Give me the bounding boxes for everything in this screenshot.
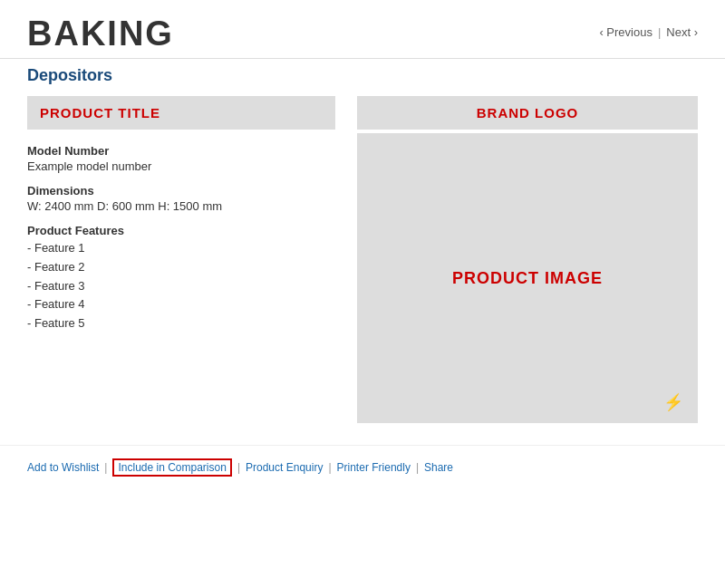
model-number-section: Model Number Example model number bbox=[27, 144, 335, 173]
product-image-area: PRODUCT IMAGE ⚡ bbox=[357, 133, 698, 423]
lightning-icon: ⚡ bbox=[663, 392, 683, 412]
main-content: PRODUCT TITLE Model Number Example model… bbox=[0, 96, 725, 438]
feature-item: Feature 5 bbox=[27, 314, 335, 333]
features-label: Product Features bbox=[27, 224, 335, 237]
footer-divider: | bbox=[237, 461, 240, 474]
site-title: BAKING bbox=[27, 16, 174, 51]
footer-link-include-in-comparison[interactable]: Include in Comparison bbox=[112, 458, 231, 477]
dimensions-section: Dimensions W: 2400 mm D: 600 mm H: 1500 … bbox=[27, 184, 335, 213]
product-title-label: PRODUCT TITLE bbox=[40, 105, 160, 120]
footer-link-printer-friendly[interactable]: Printer Friendly bbox=[337, 461, 411, 474]
features-list: Feature 1Feature 2Feature 3Feature 4Feat… bbox=[27, 239, 335, 333]
feature-item: Feature 4 bbox=[27, 295, 335, 314]
footer-link-share[interactable]: Share bbox=[424, 461, 453, 474]
footer-link-add-to-wishlist[interactable]: Add to Wishlist bbox=[27, 461, 99, 474]
model-number-value: Example model number bbox=[27, 159, 335, 173]
brand-logo-bar: BRAND LOGO bbox=[357, 96, 698, 130]
feature-item: Feature 2 bbox=[27, 258, 335, 277]
footer-divider: | bbox=[416, 461, 419, 474]
brand-logo-label: BRAND LOGO bbox=[477, 105, 579, 120]
product-image-column: BRAND LOGO PRODUCT IMAGE ⚡ bbox=[357, 96, 698, 423]
footer-links: Add to Wishlist | Include in Comparison … bbox=[0, 445, 725, 491]
previous-link[interactable]: ‹ Previous bbox=[599, 25, 652, 39]
product-details-column: PRODUCT TITLE Model Number Example model… bbox=[27, 96, 335, 423]
category-label: Depositors bbox=[27, 66, 698, 85]
model-number-label: Model Number bbox=[27, 144, 335, 158]
dimensions-value: W: 2400 mm D: 600 mm H: 1500 mm bbox=[27, 199, 335, 213]
page-header: BAKING ‹ Previous | Next › bbox=[0, 0, 725, 59]
product-image-label: PRODUCT IMAGE bbox=[452, 269, 603, 288]
next-link[interactable]: Next › bbox=[666, 25, 698, 39]
footer-divider: | bbox=[328, 461, 331, 474]
feature-item: Feature 3 bbox=[27, 277, 335, 296]
footer-link-product-enquiry[interactable]: Product Enquiry bbox=[246, 461, 323, 474]
feature-item: Feature 1 bbox=[27, 239, 335, 258]
dimensions-label: Dimensions bbox=[27, 184, 335, 198]
page-subtitle: Depositors bbox=[0, 59, 725, 96]
product-title-bar: PRODUCT TITLE bbox=[27, 96, 335, 130]
nav-divider: | bbox=[658, 25, 661, 39]
footer-divider: | bbox=[104, 461, 107, 474]
features-section: Product Features Feature 1Feature 2Featu… bbox=[27, 224, 335, 333]
pagination-nav: ‹ Previous | Next › bbox=[599, 25, 698, 39]
